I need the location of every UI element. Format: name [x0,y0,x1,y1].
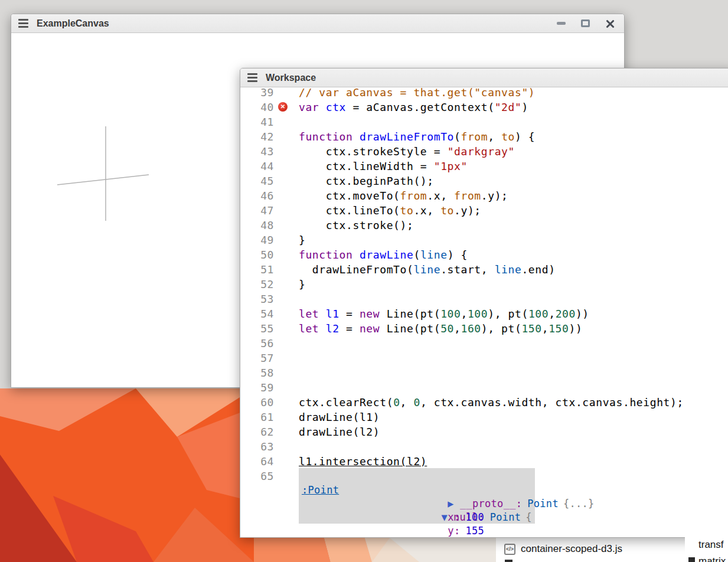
partial-checkbox-icon [505,560,512,562]
line-number: 62 [240,424,274,439]
code-line[interactable]: 46 ctx.moveTo(from.x, from.y); [240,188,728,203]
window-title: Workspace [266,73,316,83]
partial-checkbox-icon [688,557,695,562]
line-number: 55 [240,321,274,336]
workspace-window: Workspace 39// var aCanvas = that.get("c… [240,68,728,538]
line-number: 52 [240,277,274,292]
line-number: 44 [240,159,274,174]
window-controls [557,19,615,28]
code-line[interactable]: 47 ctx.lineTo(to.x, to.y); [240,203,728,218]
menu-icon[interactable] [247,73,257,82]
line-number: 61 [240,410,274,424]
side-item-matrix[interactable]: matrix [698,556,726,562]
object-inspector-widget[interactable]: :Point ▼null:Point{ ▶__proto__:Point{...… [299,468,535,524]
window-title: ExampleCanvas [37,18,109,29]
code-line[interactable]: 59 [240,380,728,395]
line-number: 64 [240,454,274,469]
code-line[interactable]: 42function drawLineFromTo(from, to) { [240,129,728,144]
code-line[interactable]: 63 [240,439,728,454]
code-line[interactable]: 43 ctx.strokeStyle = "darkgray" [240,144,728,159]
code-line[interactable]: 48 ctx.stroke(); [240,218,728,233]
code-line[interactable]: 40✕var ctx = aCanvas.getContext("2d") [240,100,728,115]
code-line[interactable]: 56 [240,336,728,351]
line-number: 48 [240,218,274,233]
code-line[interactable]: 49} [240,233,728,247]
inspector-header-row: :Point ▼null:Point{ [299,470,535,483]
property-row: x:100 [299,497,535,511]
line-number: 59 [240,380,274,395]
line-number: 47 [240,203,274,218]
file-list-panel: </> container-scoped-d3.js [496,538,686,562]
code-line[interactable]: 62drawLine(l2) [240,424,728,439]
code-line[interactable]: 55let l2 = new Line(pt(50,160), pt(150,1… [240,321,728,336]
line-number: 54 [240,306,274,321]
example-canvas-titlebar[interactable]: ExampleCanvas [11,14,624,33]
line-number: 65 [240,469,274,483]
proto-row[interactable]: ▶__proto__:Point{...} [299,483,535,497]
code-lines: 39// var aCanvas = that.get("canvas")40✕… [240,87,728,483]
file-name: container-scoped-d3.js [521,543,622,555]
line-number: 50 [240,247,274,262]
side-item-transform[interactable]: transf [698,539,724,551]
line-number: 58 [240,365,274,380]
line-number: 40 [240,100,274,115]
minimize-icon[interactable] [557,22,566,25]
code-editor[interactable]: 39// var aCanvas = that.get("canvas")40✕… [240,87,728,537]
file-list-item[interactable]: </> container-scoped-d3.js [496,538,686,555]
line-number: 49 [240,233,274,247]
code-line[interactable]: 45 ctx.beginPath(); [240,174,728,188]
code-line[interactable]: 58 [240,365,728,380]
code-line[interactable]: 50function drawLine(line) { [240,247,728,262]
code-line[interactable]: 44 ctx.lineWidth = "1px" [240,159,728,174]
code-line[interactable]: 39// var aCanvas = that.get("canvas") [240,87,728,100]
line-number: 39 [240,87,274,100]
code-line[interactable]: 60ctx.clearRect(0, 0, ctx.canvas.width, … [240,395,728,410]
line-number: 51 [240,262,274,277]
code-line[interactable]: 51 drawLineFromTo(line.start, line.end) [240,262,728,277]
line-number: 53 [240,292,274,306]
line-number: 57 [240,351,274,365]
workspace-titlebar[interactable]: Workspace [240,68,728,87]
code-file-icon: </> [504,544,515,555]
side-list-panel: transf matrix [685,534,728,562]
code-line[interactable]: 54let l1 = new Line(pt(100,100), pt(100,… [240,306,728,321]
line-number: 45 [240,174,274,188]
code-line[interactable]: 61drawLine(l1) [240,410,728,424]
maximize-icon[interactable] [581,19,590,27]
line-number: 63 [240,439,274,454]
line-number: 43 [240,144,274,159]
close-brace-row: } [299,524,535,537]
line-number: 46 [240,188,274,203]
code-line[interactable]: 52} [240,277,728,292]
line-number: 60 [240,395,274,410]
code-line[interactable]: 41 [240,115,728,129]
error-circle-icon[interactable]: ✕ [278,102,288,112]
proto-ellipsis: {...} [563,498,595,509]
desktop: ExampleCanvas </> container-scoped-d3.js… [0,0,728,562]
line-number: 56 [240,336,274,351]
code-line[interactable]: 64l1.intersection(l2) [240,454,728,469]
code-line[interactable]: 53 [240,292,728,306]
line-number: 42 [240,129,274,144]
close-icon[interactable] [605,19,615,28]
menu-icon[interactable] [18,19,28,28]
code-line[interactable]: 57 [240,351,728,365]
line-number: 41 [240,115,274,129]
property-row: y:155 [299,511,535,524]
